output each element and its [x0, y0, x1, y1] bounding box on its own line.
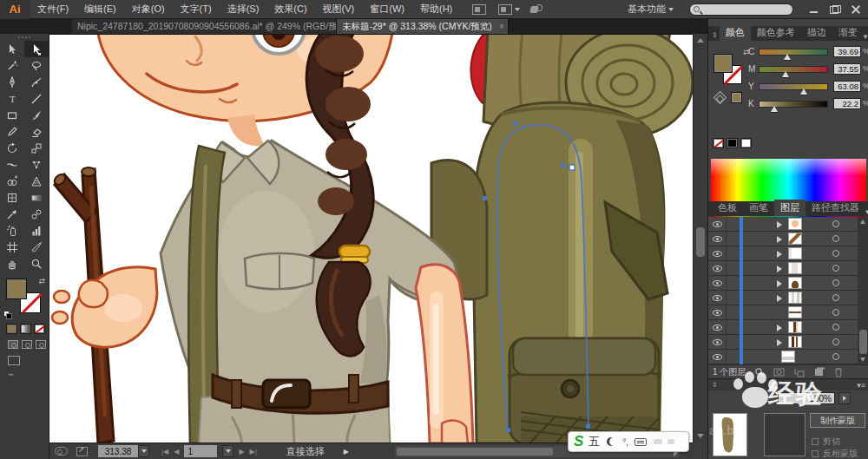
layer-thumbnail[interactable] — [781, 351, 795, 363]
close-icon[interactable] — [851, 5, 861, 14]
visibility-eye-icon[interactable] — [713, 325, 722, 331]
document-tab-2[interactable]: 未标题-29* @ 313.38% (CMYK/预览) × — [337, 19, 509, 34]
symbol-sprayer-tool[interactable] — [0, 222, 24, 239]
channel-slider[interactable] — [759, 66, 828, 73]
ime-toolbar[interactable]: S 五 °, — [568, 431, 689, 452]
ime-mode-button[interactable]: 五 — [589, 434, 600, 449]
scrollbar-thumb[interactable] — [859, 330, 867, 354]
menu-window[interactable]: 窗口(W) — [370, 3, 404, 16]
rotate-tool[interactable] — [0, 140, 24, 156]
slice-tool[interactable] — [24, 239, 49, 255]
canvas-vertical-scrollbar[interactable] — [693, 34, 707, 443]
first-artboard-icon[interactable]: |◀ — [161, 448, 168, 456]
slider-thumb[interactable] — [782, 71, 789, 77]
minimize-icon[interactable] — [809, 5, 819, 14]
search-input[interactable] — [689, 3, 793, 16]
mesh-tool[interactable] — [0, 189, 24, 206]
target-circle-icon[interactable] — [832, 338, 839, 345]
slider-thumb[interactable] — [800, 89, 807, 95]
magic-wand-tool[interactable] — [0, 57, 24, 74]
menu-view[interactable]: 视图(V) — [323, 3, 355, 16]
layer-row[interactable] — [708, 291, 858, 305]
collapse-panel-icon[interactable]: ⇕ — [708, 379, 720, 390]
opacity-field[interactable]: 100% — [778, 392, 835, 404]
layer-thumbnail[interactable] — [788, 247, 802, 259]
visibility-eye-icon[interactable] — [713, 251, 722, 257]
draw-inside-button[interactable] — [36, 340, 46, 349]
new-sublayer-icon[interactable] — [793, 367, 805, 377]
visibility-eye-icon[interactable] — [713, 339, 722, 345]
layer-row[interactable] — [708, 217, 858, 232]
visibility-eye-icon[interactable] — [713, 310, 722, 316]
channel-value-field[interactable]: 63.08 — [833, 81, 861, 92]
paint-none-button[interactable] — [34, 324, 45, 334]
menu-type[interactable]: 文字(T) — [181, 3, 212, 16]
menu-select[interactable]: 选择(S) — [227, 3, 260, 16]
anchor-point[interactable] — [561, 163, 565, 167]
ime-extra-icon[interactable] — [654, 439, 662, 444]
puppet-warp-tool[interactable] — [24, 156, 49, 173]
tab-color-guide[interactable]: 颜色参考 — [751, 24, 801, 41]
gradient-tool[interactable] — [24, 189, 49, 206]
last-art-board-icon[interactable]: ▶| — [250, 448, 257, 456]
expand-triangle-icon[interactable] — [777, 221, 782, 228]
target-circle-icon[interactable] — [832, 235, 839, 242]
layer-row[interactable] — [708, 350, 858, 364]
scroll-up-icon[interactable] — [697, 38, 704, 43]
fill-swatch[interactable] — [713, 54, 733, 73]
lasso-tool[interactable] — [24, 57, 49, 74]
blend-tool[interactable] — [24, 206, 49, 222]
paint-gradient-button[interactable] — [20, 324, 31, 334]
layer-thumbnail[interactable] — [788, 277, 802, 289]
channel-value-field[interactable]: 39.69 — [833, 46, 861, 57]
restore-icon[interactable] — [830, 5, 840, 14]
tab-color[interactable]: 颜色 — [720, 24, 751, 41]
layer-thumbnail[interactable] — [788, 321, 802, 333]
panel-drag-handle[interactable] — [0, 34, 49, 41]
zoom-dropdown-button[interactable] — [138, 445, 149, 457]
workspace-switcher[interactable]: 基本功能 — [628, 3, 674, 16]
layer-row[interactable] — [708, 305, 858, 320]
tab-gradient[interactable]: 渐变 — [832, 24, 864, 41]
menu-object[interactable]: 对象(O) — [132, 3, 165, 16]
visibility-eye-icon[interactable] — [713, 236, 722, 242]
target-circle-icon[interactable] — [832, 250, 839, 257]
paint-color-button[interactable] — [6, 324, 17, 334]
expand-triangle-icon[interactable] — [777, 339, 782, 346]
expand-triangle-icon[interactable] — [777, 295, 782, 302]
scale-tool[interactable] — [24, 140, 49, 156]
layer-thumbnail[interactable] — [788, 233, 802, 245]
tab-pathfinder[interactable]: 路径查找器 — [806, 200, 865, 216]
scroll-up-icon[interactable] — [860, 220, 865, 224]
expand-triangle-icon[interactable] — [777, 251, 782, 258]
out-of-gamut-cube-icon[interactable] — [713, 91, 727, 105]
ime-extra-icon[interactable] — [667, 439, 674, 444]
layer-row[interactable] — [708, 232, 858, 246]
layer-row[interactable] — [708, 320, 858, 335]
anchor-point[interactable] — [586, 424, 590, 429]
channel-value-field[interactable]: 22.2 — [833, 98, 861, 109]
visibility-eye-icon[interactable] — [713, 280, 722, 286]
target-circle-icon[interactable] — [832, 294, 839, 301]
fill-swatch[interactable] — [6, 279, 27, 299]
selection-tool[interactable] — [0, 41, 24, 57]
layer-thumbnail[interactable] — [788, 292, 802, 304]
rectangle-tool[interactable] — [0, 107, 24, 123]
scroll-down-icon[interactable] — [697, 434, 704, 438]
artboard-tool[interactable] — [0, 239, 24, 255]
panel-menu-icon[interactable]: ▾≡ — [864, 32, 868, 41]
target-circle-icon[interactable] — [832, 220, 839, 227]
anchor-point[interactable] — [483, 196, 487, 200]
layer-row[interactable] — [708, 261, 858, 276]
swap-fill-stroke-icon[interactable]: ⇄ — [38, 277, 45, 285]
delete-layer-icon[interactable] — [833, 367, 844, 377]
none-swatch[interactable] — [713, 138, 724, 148]
tab-stroke[interactable]: 描边 — [801, 24, 832, 41]
menu-edit[interactable]: 编辑(E) — [84, 3, 116, 16]
make-mask-button[interactable]: 制作蒙版 — [810, 413, 865, 428]
target-circle-icon[interactable] — [832, 279, 839, 286]
transparency-panel-header[interactable]: ⇕ ▾≡ — [708, 378, 868, 390]
tab-brushes[interactable]: 画笔 — [743, 200, 774, 216]
line-segment-tool[interactable] — [24, 90, 49, 107]
canvas[interactable] — [49, 34, 693, 443]
